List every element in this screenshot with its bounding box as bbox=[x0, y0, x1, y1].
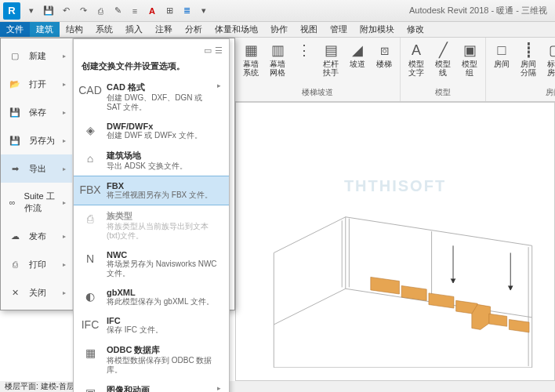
ribbon-button[interactable]: □房间 bbox=[489, 39, 514, 78]
export-format-icon: ⎙ bbox=[82, 210, 99, 227]
export-desc: 创建 DWF 或 DWFx 文件。 bbox=[107, 131, 221, 140]
export-desc: 将模型数据保存到 ODBC 数据库。 bbox=[107, 356, 221, 375]
menu-view[interactable]: 视图 bbox=[294, 22, 324, 37]
export-desc: 将场景另存为 Navisworks NWC 文件。 bbox=[107, 260, 221, 278]
ribbon-button[interactable]: ◢坡道 bbox=[345, 39, 370, 78]
qat-close-hidden-icon[interactable]: ▾ bbox=[198, 5, 210, 17]
app-menu-label: 新建 bbox=[29, 50, 46, 62]
ribbon-label: 模型 组 bbox=[459, 60, 481, 77]
app-menu-label: 发布 bbox=[29, 230, 46, 242]
export-desc: 保存 IFC 文件。 bbox=[107, 325, 221, 335]
export-icon: ➡ bbox=[7, 162, 23, 175]
export-item-cad[interactable]: CADCAD 格式创建 DWG、DXF、DGN 或 SAT 文件。▸ bbox=[74, 77, 229, 117]
menu-addins[interactable]: 附加模块 bbox=[354, 22, 401, 37]
app-menu-open[interactable]: 📂打开▸ bbox=[1, 70, 72, 98]
ribbon-button[interactable]: ▤栏杆扶手 bbox=[318, 39, 343, 78]
export-item-dwfdwfx[interactable]: ◈DWF/DWFx创建 DWF 或 DWFx 文件。 bbox=[74, 117, 229, 145]
app-menu-publish[interactable]: ☁发布▸ bbox=[1, 222, 72, 250]
export-item-[interactable]: ▣图像和动画保存动画或图像文件。▸ bbox=[74, 379, 229, 392]
export-item-fbx[interactable]: FBXFBX将三维视图另存为 FBX 文件。 bbox=[74, 176, 229, 205]
svg-rect-4 bbox=[371, 277, 400, 294]
app-menu-close[interactable]: ✕关闭▸ bbox=[1, 278, 72, 307]
export-format-icon: ▦ bbox=[82, 344, 99, 361]
export-title: gbXML bbox=[107, 288, 221, 297]
menu-manage[interactable]: 管理 bbox=[324, 22, 354, 37]
export-item-gbxml[interactable]: ◐gbXML将此模型保存为 gbXML 文件。 bbox=[74, 283, 229, 311]
menu-insert[interactable]: 插入 bbox=[119, 22, 149, 37]
ribbon-button[interactable]: ⧇楼梯 bbox=[372, 39, 397, 78]
ribbon-group: ▦幕墙 系统▥幕墙 网格⋮ ▤栏杆扶手◢坡道⧇楼梯楼梯坡道 bbox=[235, 38, 401, 101]
status-text: 楼层平面: 建模-首层平 bbox=[5, 381, 82, 392]
app-logo[interactable]: R bbox=[3, 2, 20, 20]
menu-system[interactable]: 系统 bbox=[89, 22, 119, 37]
qat-print-icon[interactable]: ⎙ bbox=[94, 5, 107, 17]
svg-rect-5 bbox=[401, 285, 426, 300]
pin-icon[interactable]: ▭ bbox=[204, 45, 212, 56]
menu-collab[interactable]: 协作 bbox=[264, 22, 294, 37]
export-item-odbc[interactable]: ▦ODBC 数据库将模型数据保存到 ODBC 数据库。 bbox=[74, 339, 229, 379]
ribbon-label: 标记 房间 bbox=[544, 60, 555, 77]
export-item-nwc[interactable]: NNWC将场景另存为 Navisworks NWC 文件。 bbox=[74, 245, 229, 283]
submenu-arrow-icon: ▸ bbox=[63, 261, 66, 268]
ribbon-button[interactable]: ⋮ bbox=[292, 39, 317, 78]
app-menu-save[interactable]: 💾保存▸ bbox=[1, 98, 72, 126]
app-menu-label: 关闭 bbox=[29, 287, 46, 299]
ribbon-label: 幕墙 网格 bbox=[267, 60, 288, 77]
qat-thin-lines-icon[interactable]: ≣ bbox=[180, 5, 193, 17]
export-submenu: ▭ ☰ 创建交换文件并设置选项。 CADCAD 格式创建 DWG、DXF、DGN… bbox=[73, 38, 230, 392]
submenu-arrow-icon: ▸ bbox=[63, 53, 66, 60]
ribbon-button[interactable]: ▥幕墙 网格 bbox=[265, 39, 290, 78]
ribbon-button[interactable]: ▢标记 房间 bbox=[542, 39, 555, 78]
menu-modify[interactable]: 修改 bbox=[401, 22, 430, 37]
menu-analyze[interactable]: 分析 bbox=[179, 22, 209, 37]
export-desc: 将族类型从当前族导出到文本(txt)文件。 bbox=[107, 222, 221, 241]
export-item-ifc[interactable]: IFCIFC保存 IFC 文件。 bbox=[74, 311, 229, 339]
submenu-arrow-icon: ▸ bbox=[63, 165, 66, 172]
submenu-arrow-icon: ▸ bbox=[63, 233, 66, 240]
title-bar: R ▾ 💾 ↶ ↷ ⎙ ✎ ≡ A ⊞ ≣ ▾ Autodesk Revit 2… bbox=[0, 0, 555, 22]
qat-open-icon[interactable]: ▾ bbox=[25, 5, 38, 17]
app-menu-label: 打印 bbox=[29, 259, 46, 270]
app-menu-label: 保存 bbox=[29, 107, 46, 118]
export-title: FBX bbox=[107, 181, 221, 191]
ribbon-icon: ◢ bbox=[352, 41, 363, 60]
menu-annotate[interactable]: 注释 bbox=[149, 22, 179, 37]
export-title: CAD 格式 bbox=[107, 82, 209, 93]
app-menu-saveas[interactable]: 💾另存为▸ bbox=[1, 126, 72, 154]
new-icon: ▢ bbox=[7, 49, 23, 62]
qat-redo-icon[interactable]: ↷ bbox=[77, 5, 89, 17]
quick-access-toolbar: ▾ 💾 ↶ ↷ ⎙ ✎ ≡ A ⊞ ≣ ▾ bbox=[25, 5, 210, 17]
ribbon-button[interactable]: ▣模型 组 bbox=[457, 39, 482, 78]
export-format-icon: ◐ bbox=[82, 288, 99, 305]
app-menu-export[interactable]: ➡导出▸ bbox=[1, 154, 72, 183]
ribbon-label: 幕墙 系统 bbox=[240, 60, 262, 77]
menu-file[interactable]: 文件 bbox=[0, 22, 30, 37]
qat-undo-icon[interactable]: ↶ bbox=[60, 5, 72, 17]
menu-arch[interactable]: 建筑 bbox=[30, 22, 60, 37]
menu-massing[interactable]: 体量和场地 bbox=[209, 22, 264, 37]
export-item-[interactable]: ⌂建筑场地导出 ADSK 交换文件。 bbox=[74, 145, 229, 176]
qat-save-icon[interactable]: 💾 bbox=[42, 5, 55, 17]
qat-measure-icon[interactable]: ✎ bbox=[111, 5, 124, 17]
ribbon-button[interactable]: ▦幕墙 系统 bbox=[238, 39, 263, 78]
app-menu-new[interactable]: ▢新建▸ bbox=[1, 42, 72, 70]
menu-bar: 文件 建筑 结构 系统 插入 注释 分析 体量和场地 协作 视图 管理 附加模块… bbox=[0, 22, 555, 38]
ribbon-icon: ▢ bbox=[549, 41, 556, 60]
model-viewport[interactable]: THTHISOFT bbox=[235, 102, 555, 381]
app-menu-suite[interactable]: ∞Suite 工作流▸ bbox=[1, 183, 72, 222]
list-icon[interactable]: ☰ bbox=[215, 45, 223, 56]
application-menu: ▢新建▸📂打开▸💾保存▸💾另存为▸➡导出▸∞Suite 工作流▸☁发布▸⎙打印▸… bbox=[0, 38, 235, 310]
ribbon-icon: ⋮ bbox=[297, 41, 311, 60]
qat-section-icon[interactable]: ⊞ bbox=[163, 5, 176, 17]
ribbon-button[interactable]: ╱模型 线 bbox=[430, 39, 455, 78]
window-title: Autodesk Revit 2018 - 暖通 - 三维视 bbox=[409, 5, 547, 16]
ribbon-button[interactable]: ┋房间 分隔 bbox=[516, 39, 541, 78]
ribbon-label: 楼梯 bbox=[376, 60, 392, 68]
app-menu-print[interactable]: ⎙打印▸ bbox=[1, 250, 72, 278]
ribbon-button[interactable]: A模型 文字 bbox=[404, 39, 429, 78]
qat-align-icon[interactable]: ≡ bbox=[129, 5, 141, 17]
export-format-icon: ▣ bbox=[82, 384, 99, 392]
export-item-: ⎙族类型将族类型从当前族导出到文本(txt)文件。 bbox=[74, 205, 229, 245]
qat-text-icon[interactable]: A bbox=[146, 5, 158, 17]
menu-struct[interactable]: 结构 bbox=[60, 22, 89, 37]
